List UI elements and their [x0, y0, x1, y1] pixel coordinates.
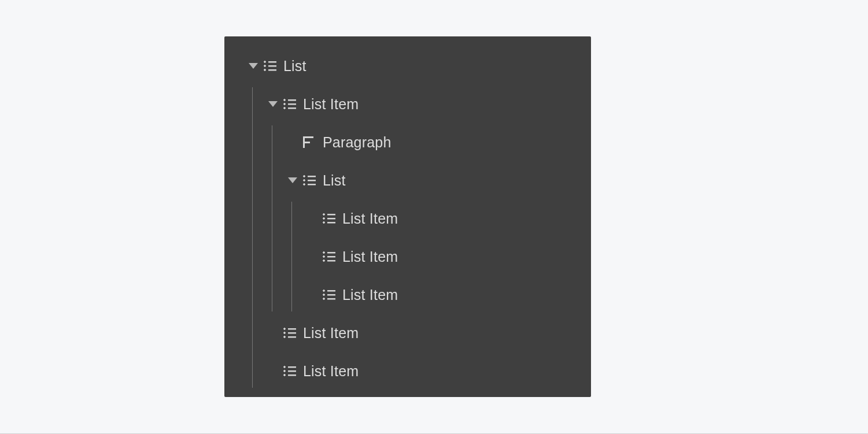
tree-node-label: List Item: [342, 248, 398, 265]
tree-node-paragraph[interactable]: Paragraph: [286, 123, 591, 161]
tree-node-list[interactable]: List: [246, 47, 591, 85]
tree-children: List Item Paragraph List List Item: [252, 85, 591, 390]
list-icon: [283, 99, 296, 109]
navigator-panel: List List Item Paragraph List: [224, 36, 591, 397]
tree-node-label: List Item: [303, 363, 359, 380]
list-icon: [264, 61, 276, 71]
chevron-down-icon[interactable]: [246, 63, 260, 69]
list-icon: [283, 366, 296, 376]
tree-node-label: List Item: [342, 287, 398, 303]
list-icon: [323, 213, 335, 224]
tree-node-label: List Item: [303, 325, 359, 342]
tree-node-label: List: [283, 58, 306, 75]
list-icon: [323, 290, 335, 300]
tree-node-label: Paragraph: [323, 134, 391, 151]
list-icon: [303, 175, 316, 186]
tree-node-list-item[interactable]: List Item: [266, 314, 591, 352]
tree-node-label: List Item: [303, 96, 359, 113]
list-icon: [283, 328, 296, 338]
tree-node-label: List Item: [342, 210, 398, 227]
tree-node-list[interactable]: List: [286, 161, 591, 199]
tree-node-list-item[interactable]: List Item: [266, 85, 591, 123]
tree-node-list-item[interactable]: List Item: [266, 352, 591, 390]
paragraph-icon: [303, 136, 313, 148]
chevron-down-icon[interactable]: [286, 177, 300, 183]
tree-node-label: List: [323, 172, 346, 189]
tree-node-list-item[interactable]: List Item: [305, 238, 591, 276]
tree-children: List Item List Item List Item: [291, 199, 591, 314]
tree-node-list-item[interactable]: List Item: [305, 276, 591, 314]
chevron-down-icon[interactable]: [266, 101, 280, 107]
tree-children: Paragraph List List Item List Item: [272, 123, 591, 314]
tree-node-list-item[interactable]: List Item: [305, 199, 591, 238]
list-icon: [323, 251, 335, 262]
